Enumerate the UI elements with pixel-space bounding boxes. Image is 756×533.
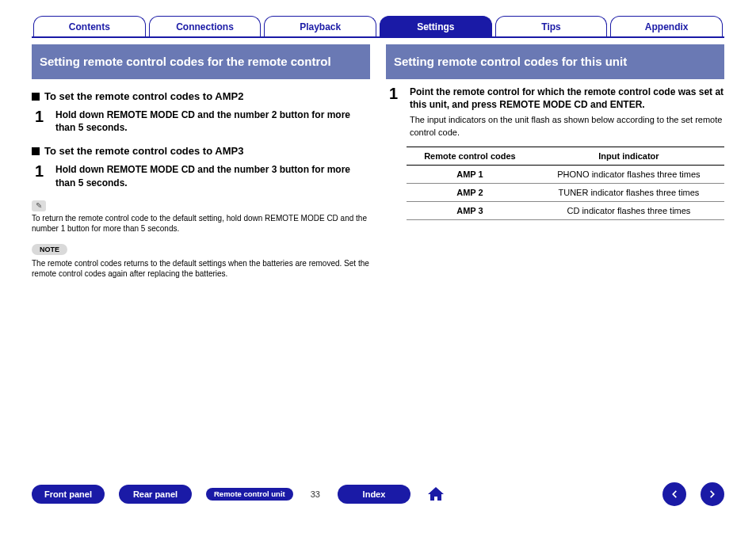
col-right: Setting remote control codes for this un… <box>386 44 724 280</box>
col-left: Setting remote control codes for the rem… <box>32 44 370 280</box>
pencil-note-text: To return the remote control code to the… <box>32 213 370 234</box>
front-panel-button[interactable]: Front panel <box>32 485 105 504</box>
step-number: 1 <box>35 109 46 134</box>
page-number: 33 <box>311 489 320 499</box>
tab-label: Playback <box>300 21 341 32</box>
tab-label: Contents <box>69 21 110 32</box>
tab-appendix[interactable]: Appendix <box>610 16 723 36</box>
subheading-text: To set the remote control codes to AMP3 <box>44 145 243 157</box>
step-number: 1 <box>35 163 46 188</box>
step-amp2: 1 Hold down REMOTE MODE CD and the numbe… <box>35 109 370 134</box>
remote-control-unit-button[interactable]: Remote control unit <box>206 488 293 501</box>
pencil-icon: ✎ <box>32 200 46 211</box>
section-heading-left: Setting remote control codes for the rem… <box>32 44 370 79</box>
top-nav: Contents Connections Playback Settings T… <box>32 16 724 38</box>
tab-label: Appendix <box>645 21 689 32</box>
page-body: Setting remote control codes for the rem… <box>32 44 724 280</box>
step-plain-text: The input indicators on the unit flash a… <box>410 114 724 139</box>
tab-label: Settings <box>417 21 454 32</box>
section-heading-right: Setting remote control codes for this un… <box>386 44 724 79</box>
tab-connections[interactable]: Connections <box>149 16 262 36</box>
codes-table: Remote control codes Input indicator AMP… <box>407 147 724 220</box>
arrow-right-icon <box>707 489 718 500</box>
button-label: Remote control unit <box>214 490 285 498</box>
tab-contents[interactable]: Contents <box>33 16 146 36</box>
step-text: Hold down REMOTE MODE CD and the number … <box>55 109 370 134</box>
cell-code: AMP 3 <box>407 202 533 220</box>
th-codes: Remote control codes <box>407 147 533 166</box>
tab-label: Tips <box>541 21 560 32</box>
tab-playback[interactable]: Playback <box>264 16 376 36</box>
button-label: Front panel <box>44 489 92 499</box>
cell-indicator: PHONO indicator flashes three times <box>533 166 724 184</box>
table-row: AMP 3 CD indicator flashes three times <box>407 202 724 220</box>
cell-code: AMP 1 <box>407 166 533 184</box>
cell-indicator: CD indicator flashes three times <box>533 202 724 220</box>
th-indicator: Input indicator <box>533 147 724 166</box>
step-right-1: 1 Point the remote control for which the… <box>389 86 724 139</box>
index-button[interactable]: Index <box>338 485 410 504</box>
note-badge: NOTE <box>32 244 67 255</box>
subheading-amp3: To set the remote control codes to AMP3 <box>32 145 370 157</box>
rear-panel-button[interactable]: Rear panel <box>119 485 192 504</box>
step-bold-text: Point the remote control for which the r… <box>410 86 724 111</box>
button-label: Index <box>363 489 386 499</box>
button-label: Rear panel <box>133 489 178 499</box>
cell-indicator: TUNER indicator flashes three times <box>533 184 724 202</box>
prev-page-button[interactable] <box>662 482 686 506</box>
house-icon <box>426 485 445 504</box>
table-row: AMP 2 TUNER indicator flashes three time… <box>407 184 724 202</box>
note-text: The remote control codes returns to the … <box>32 258 370 280</box>
footer-bar: Front panel Rear panel Remote control un… <box>32 482 724 506</box>
square-bullet-icon <box>32 147 40 155</box>
tab-tips[interactable]: Tips <box>495 16 608 36</box>
cell-code: AMP 2 <box>407 184 533 202</box>
table-row: AMP 1 PHONO indicator flashes three time… <box>407 166 724 184</box>
tab-settings[interactable]: Settings <box>380 16 492 36</box>
step-amp3: 1 Hold down REMOTE MODE CD and the numbe… <box>35 163 370 188</box>
subheading-amp2: To set the remote control codes to AMP2 <box>32 90 370 102</box>
step-number: 1 <box>389 86 400 139</box>
step-text: Hold down REMOTE MODE CD and the number … <box>55 163 370 188</box>
arrow-left-icon <box>669 489 680 500</box>
tab-label: Connections <box>176 21 234 32</box>
subheading-text: To set the remote control codes to AMP2 <box>44 90 243 102</box>
home-icon[interactable] <box>425 483 447 505</box>
square-bullet-icon <box>32 93 40 101</box>
next-page-button[interactable] <box>701 482 724 506</box>
